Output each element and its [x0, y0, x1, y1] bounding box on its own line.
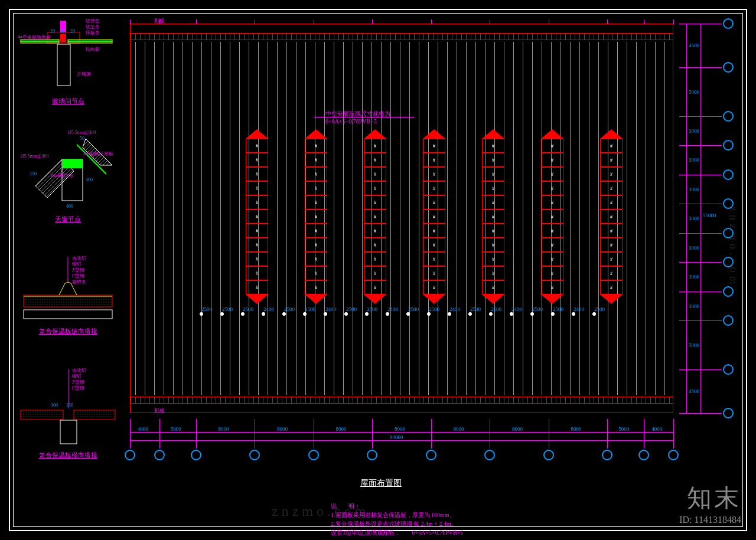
skylight-column: ########### — [423, 129, 445, 304]
dim-tick — [489, 312, 493, 316]
svg-rect-11 — [62, 159, 83, 168]
grid-line — [372, 419, 373, 449]
sky-dim: 2500 — [429, 306, 439, 312]
grid-dim: 3000 — [689, 186, 699, 192]
grid-dim: 8000 — [571, 426, 581, 432]
sky-dim: 2400 — [573, 306, 584, 312]
watermark-url-2: znzmo.com — [727, 207, 739, 287]
dim-tick — [303, 312, 307, 316]
grid-dim: 3000 — [689, 245, 699, 251]
grid-dim: 3000 — [689, 128, 699, 134]
sky-dim: 2400 — [325, 306, 336, 312]
grid-bubble — [543, 450, 554, 460]
dim-tick — [448, 312, 451, 316]
grid-dim: 5000 — [618, 426, 629, 432]
dim-tick — [530, 312, 534, 316]
svg-rect-23 — [60, 420, 77, 444]
grid-dim: 3000 — [689, 303, 699, 309]
dim-tick — [551, 312, 555, 316]
grid-bubble — [723, 18, 734, 29]
grid-line — [607, 419, 608, 449]
grid-bubble — [602, 450, 612, 460]
svg-rect-21 — [21, 411, 63, 418]
grid-dim: 3000 — [689, 215, 699, 221]
detail-3-svg — [18, 254, 118, 325]
roof-edge — [139, 33, 664, 34]
sky-dim: 2500 — [408, 306, 419, 312]
grid-bubble — [723, 169, 734, 180]
rail-label-bot: 彩板 — [154, 407, 165, 415]
roof-panel-stripes — [135, 42, 668, 395]
grid-dim: 8000 — [336, 426, 347, 432]
grid-line — [314, 419, 314, 449]
sky-dim: 2500 — [346, 306, 357, 312]
dim-tick — [344, 312, 348, 316]
dim-tick — [572, 312, 575, 316]
roof-outline: 彩板 彩板 中空夹胶玻璃尺寸规格为 6+6A+5+0.76PVB+5 #####… — [130, 24, 673, 413]
grid-bubble — [723, 364, 734, 375]
grid-dim: 5000 — [689, 89, 699, 95]
roof-rail-top — [131, 33, 673, 40]
sky-dim: 2500 — [243, 306, 253, 312]
grid-dim: 3000 — [689, 274, 699, 280]
grid-dim: 4000 — [138, 426, 148, 432]
dim-tick — [262, 312, 265, 316]
sky-dim: 2500 — [470, 306, 481, 312]
svg-rect-18 — [24, 297, 112, 306]
sky-dim: 2400 — [511, 306, 522, 312]
svg-rect-15 — [24, 310, 112, 319]
svg-rect-7 — [57, 44, 70, 86]
grid-dim: 8000 — [277, 426, 288, 432]
grid-dim: 8000 — [395, 426, 405, 432]
detail-1: 中空夹胶防雨板 软管垫 软垫条 压板条 结构胶 方钢架 20 20 20 玻璃间… — [18, 18, 118, 112]
grid-dim: 8000 — [512, 426, 523, 432]
sky-dim: 2500 — [222, 306, 233, 312]
skylight-dims: 2500250025002400250025002400250025002400… — [201, 306, 602, 313]
sky-dim: 2500 — [532, 306, 543, 312]
grid-dim: 4500 — [689, 388, 699, 394]
sky-dim: 2500 — [305, 306, 315, 312]
skylight-column: ########### — [364, 129, 386, 304]
watermark-logo: 知末 — [679, 482, 741, 515]
dim-tick — [468, 312, 472, 316]
skylight-column: ########### — [305, 129, 327, 304]
grid-line — [679, 413, 722, 414]
grid-bubble — [723, 286, 734, 297]
grid-bubble — [723, 408, 734, 418]
grid-bubble — [723, 228, 734, 238]
grid-line — [549, 419, 549, 449]
dim-tick — [592, 312, 596, 316]
sky-dim: 2400 — [449, 306, 460, 312]
sky-dim: 2400 — [263, 306, 274, 312]
detail-4: 自攻钉 铆钉 Z型钢 C型钢 100 150 复合保温板横向搭接 — [18, 366, 118, 472]
sky-dim: 2400 — [387, 306, 398, 312]
grid-dim: 4500 — [689, 42, 699, 48]
sky-dim: 2500 — [491, 306, 501, 312]
grid-bubble — [426, 450, 436, 460]
glass-callout: 中空夹胶玻璃尺寸规格为 6+6A+5+0.76PVB+5 — [325, 110, 390, 125]
grid-dim: 4000 — [651, 426, 662, 432]
sky-dim: 2500 — [367, 306, 377, 312]
grid-dim: 3000 — [689, 157, 699, 163]
watermark: 知末 ID: 1141318484 — [679, 482, 741, 525]
grid-bubble — [308, 450, 319, 460]
detail-2: Ø5.5mm@300 Ø5.5mm@300 100彩钢泛水板 3mm钢防水 40… — [18, 130, 118, 236]
grid-line — [431, 419, 432, 449]
roof-edge — [139, 403, 664, 404]
skylight-column: ########### — [600, 129, 623, 304]
grid-bubble — [191, 450, 201, 460]
sky-dim: 2500 — [284, 306, 295, 312]
dim-tick — [220, 312, 224, 316]
grid-dim: 8000 — [453, 426, 464, 432]
grid-line — [255, 419, 255, 449]
grid-bubble — [125, 450, 135, 460]
grid-dim: 5000 — [689, 342, 699, 348]
detail-1-svg — [18, 18, 118, 94]
dim-tick — [427, 312, 431, 316]
roof-plan: 彩板 彩板 中空夹胶玻璃尺寸规格为 6+6A+5+0.76PVB+5 #####… — [130, 24, 673, 437]
svg-rect-22 — [74, 411, 115, 418]
notes: 说 明： 1.屋面板采用岩棉复合保温板，厚度为 100mm。 2.复合保温板外设… — [331, 502, 463, 537]
dim-tick — [282, 312, 286, 316]
detail-3: 自攻钉 铆钉 Z型钢 C型钢 岩棉条 复合保温板纵向搭接 — [18, 254, 118, 348]
dim-tick — [365, 312, 369, 316]
